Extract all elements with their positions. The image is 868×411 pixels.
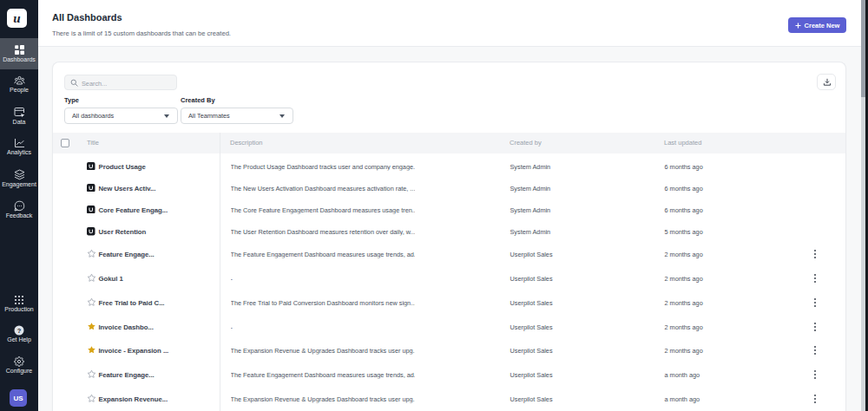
svg-text:?: ?	[17, 327, 22, 335]
